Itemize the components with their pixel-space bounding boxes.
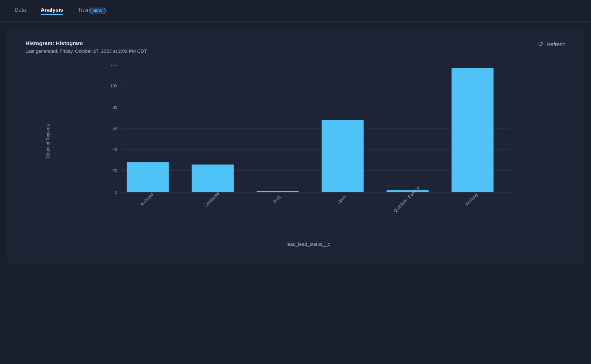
- histogram-svg: 0 20 40 60 80 100 120 Archived Contacted: [51, 65, 566, 218]
- chart-subtitle: Last generated: Friday, October 27, 2023…: [25, 48, 147, 54]
- svg-rect-16: [127, 162, 169, 192]
- tab-analysis[interactable]: Analysis: [41, 7, 63, 15]
- refresh-button[interactable]: ↺ Refresh: [538, 40, 566, 48]
- refresh-label: Refresh: [546, 41, 566, 47]
- svg-text:Contacted: Contacted: [203, 191, 220, 208]
- svg-rect-22: [322, 120, 364, 192]
- svg-text:120: 120: [110, 65, 117, 67]
- svg-text:Draft: Draft: [272, 194, 282, 204]
- chart-container: Count of Records 0 20 40 60 80: [25, 65, 566, 254]
- main-content: Histogram: Histogram Last generated: Fri…: [7, 29, 584, 265]
- svg-rect-24: [386, 190, 429, 192]
- svg-rect-26: [452, 68, 494, 192]
- svg-text:Open: Open: [336, 194, 346, 205]
- svg-text:Archived: Archived: [139, 192, 154, 207]
- x-axis-label: lead_lead_status__c: [286, 241, 330, 247]
- top-nav: Data Analysis Training NEW: [0, 0, 591, 22]
- svg-text:40: 40: [112, 147, 117, 152]
- svg-text:20: 20: [112, 169, 117, 173]
- svg-text:60: 60: [112, 126, 117, 131]
- svg-text:100: 100: [110, 84, 117, 88]
- training-nav: Training NEW: [78, 7, 106, 15]
- svg-text:80: 80: [112, 105, 117, 110]
- chart-title: Histogram: Histogram: [25, 40, 147, 46]
- chart-header: Histogram: Histogram Last generated: Fri…: [25, 40, 566, 54]
- svg-text:0: 0: [115, 190, 117, 194]
- chart-title-block: Histogram: Histogram Last generated: Fri…: [25, 40, 147, 54]
- tab-data[interactable]: Data: [15, 7, 26, 15]
- y-axis-label: Count of Records: [45, 124, 51, 158]
- svg-text:Working: Working: [465, 193, 479, 206]
- refresh-icon: ↺: [538, 40, 543, 48]
- svg-rect-18: [192, 165, 234, 192]
- svg-text:Qualified - Convert: Qualified - Convert: [393, 185, 421, 213]
- new-badge: NEW: [90, 8, 106, 14]
- svg-rect-20: [257, 191, 299, 192]
- chart-area: Count of Records 0 20 40 60 80: [51, 65, 566, 218]
